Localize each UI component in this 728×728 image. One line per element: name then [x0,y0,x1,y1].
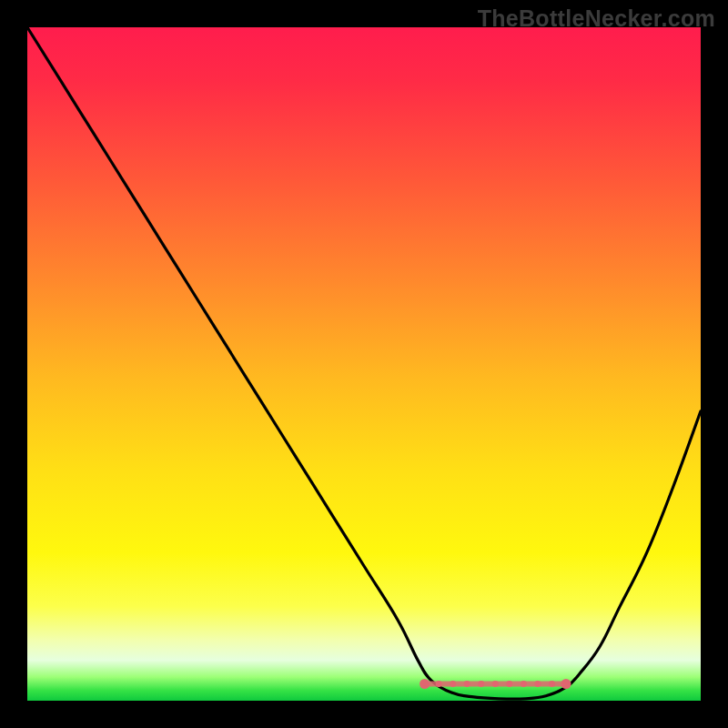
optimal-range-dot [464,681,470,687]
optimal-range-dot [420,679,430,689]
optimal-range-dot [561,679,571,689]
optimal-range-dot [436,681,442,687]
curve-line [27,27,701,699]
optimal-range-dot [478,681,484,687]
branding-watermark: TheBottleNecker.com [478,5,715,32]
optimal-range-dot [521,681,527,687]
chart-frame: TheBottleNecker.com [0,0,728,728]
optimal-range-dot [492,681,499,687]
optimal-range-dot [535,681,541,687]
bottleneck-curve [27,27,701,701]
chart-plot-area [27,27,701,701]
optimal-range-dot [450,681,456,687]
optimal-range-dot [549,681,555,687]
optimal-range-dot [506,681,512,687]
